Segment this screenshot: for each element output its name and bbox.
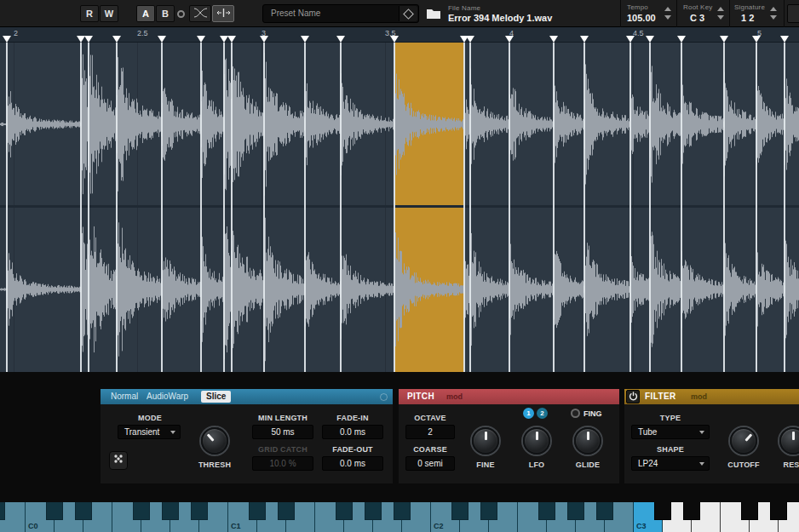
filter-power-button[interactable] (626, 390, 640, 403)
pitch-section: PITCH mod OCTAVE 2 COARSE 0 semi FINE 1 … (399, 389, 619, 483)
slice-handle[interactable] (227, 36, 236, 43)
slice-handle[interactable] (158, 36, 166, 43)
key-black[interactable] (567, 502, 584, 520)
octave-value[interactable]: 2 (405, 425, 455, 439)
key-black[interactable] (365, 502, 382, 520)
fingered-radio[interactable] (571, 409, 580, 418)
slice-handle[interactable] (84, 36, 93, 43)
toolbar-divider (784, 0, 785, 27)
waveform-display[interactable] (0, 43, 799, 372)
lfo-knob[interactable] (523, 427, 550, 455)
slice-handle[interactable] (780, 36, 789, 43)
key-black[interactable] (249, 502, 266, 520)
key-black[interactable] (596, 502, 613, 520)
key-black[interactable] (451, 502, 468, 520)
filter-type-dropdown[interactable]: Tube (631, 425, 710, 439)
root-key-value[interactable]: C 3 (690, 13, 704, 23)
sampler-window: R W A B Preset Name File Name Error 394 … (0, 0, 799, 532)
root-key-spinner[interactable] (717, 6, 725, 20)
cutoff-knob[interactable] (730, 427, 757, 455)
slice-handle[interactable] (677, 36, 686, 43)
tab-normal[interactable]: Normal (111, 392, 138, 401)
read-automation-button[interactable]: R (80, 5, 99, 22)
tempo-spinner[interactable] (664, 6, 672, 20)
key-black[interactable] (46, 502, 63, 520)
lfo2-button[interactable]: 2 (537, 408, 548, 419)
setup-a-button[interactable]: A (136, 5, 155, 22)
slice-handle[interactable] (646, 36, 654, 43)
slice-handle[interactable] (505, 36, 514, 43)
thresh-knob[interactable] (201, 427, 228, 455)
slice-handle[interactable] (626, 36, 635, 43)
slice-handle[interactable] (549, 36, 558, 43)
slice-handle[interactable] (752, 36, 761, 43)
signature-spinner[interactable] (770, 6, 778, 20)
key-black[interactable] (538, 502, 555, 520)
mode-dropdown[interactable]: Transient (118, 425, 181, 439)
slice-handle[interactable] (112, 36, 121, 43)
tempo-value[interactable]: 105.00 (627, 13, 656, 23)
key-black[interactable] (336, 502, 353, 520)
tab-audiowarp[interactable]: AudioWarp (147, 392, 188, 401)
filter-shape-dropdown[interactable]: LP24 (631, 456, 710, 471)
slice-handle[interactable] (390, 36, 399, 43)
key-black[interactable] (0, 502, 5, 520)
slice-handle[interactable] (197, 36, 205, 43)
key-black[interactable] (683, 502, 700, 520)
signature-value[interactable]: 1 2 (741, 13, 754, 23)
resonance-knob[interactable] (779, 427, 799, 455)
slice-handle[interactable] (720, 36, 728, 43)
filter-mod-label[interactable]: mod (691, 392, 707, 401)
fine-knob[interactable] (472, 427, 499, 455)
file-name-value[interactable]: Error 394 Melody 1.wav (448, 13, 552, 23)
snap-arrows-icon (216, 6, 231, 21)
fade-out-value[interactable]: 0.0 ms (322, 456, 383, 471)
fine-label: FINE (460, 460, 511, 469)
setup-b-button[interactable]: B (156, 5, 175, 22)
snap-warp-button[interactable] (212, 5, 234, 22)
key-black[interactable] (162, 502, 179, 520)
slice-handle[interactable] (466, 36, 474, 43)
key-black[interactable] (394, 502, 411, 520)
slice-handle[interactable] (336, 36, 345, 43)
coarse-value[interactable]: 0 semi (405, 456, 455, 471)
tempo-label: Tempo (627, 3, 648, 11)
min-length-value[interactable]: 50 ms (252, 425, 313, 439)
keyboard-top-strip: C3 (0, 483, 799, 502)
fade-in-value[interactable]: 0.0 ms (322, 425, 383, 439)
key-black[interactable] (770, 502, 787, 520)
filter-title: FILTER (645, 392, 676, 401)
toolbar-divider (676, 0, 677, 27)
pitch-mod-label[interactable]: mod (446, 392, 463, 401)
slice-handle[interactable] (301, 36, 309, 43)
keyboard[interactable]: C0C1C2C3 (0, 502, 799, 532)
key-black[interactable] (191, 502, 208, 520)
key-octave-label: C2 (434, 522, 444, 530)
folder-icon (426, 8, 441, 24)
write-automation-button[interactable]: W (100, 5, 118, 22)
preset-name-field[interactable]: Preset Name (262, 4, 419, 23)
crossfade-curve-button[interactable] (189, 5, 211, 22)
key-black[interactable] (480, 502, 497, 520)
lfo1-button[interactable]: 1 (523, 408, 534, 419)
key-black[interactable] (741, 502, 758, 520)
key-black[interactable] (278, 502, 295, 520)
lfo-label: LFO (511, 460, 562, 469)
bypass-toggle[interactable] (177, 10, 185, 18)
key-black[interactable] (133, 502, 150, 520)
toolbar-partial-button[interactable] (787, 4, 799, 23)
slice-handle[interactable] (260, 36, 268, 43)
preset-diamond-icon (403, 9, 414, 20)
preset-browser-button[interactable] (399, 6, 417, 21)
tab-slice[interactable]: Slice (201, 391, 231, 403)
slice-handle[interactable] (3, 36, 11, 43)
slice-handle[interactable] (580, 36, 589, 43)
key-black[interactable] (654, 502, 671, 520)
pads-button[interactable] (109, 451, 128, 470)
preset-name-text: Preset Name (271, 9, 320, 18)
section-bypass-icon[interactable] (380, 393, 388, 401)
key-black[interactable] (75, 502, 92, 520)
glide-knob[interactable] (574, 427, 601, 455)
timeline-ruler[interactable]: 22.533.544.55 (0, 27, 799, 43)
grid-catch-value: 10.0 % (252, 456, 313, 471)
